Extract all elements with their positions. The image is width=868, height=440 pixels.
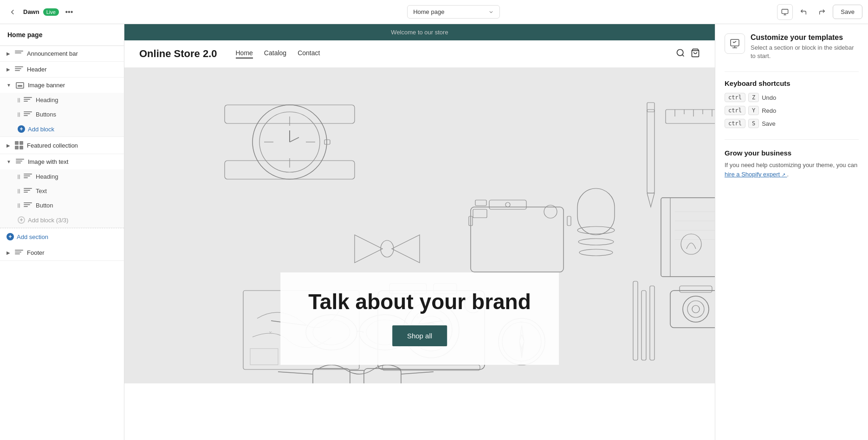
svg-rect-0 <box>782 9 788 13</box>
expand-arrow: ▼ <box>6 83 11 88</box>
svg-rect-101 <box>313 369 350 383</box>
sidebar-item-image-banner[interactable]: ▼ Image banner <box>0 78 124 93</box>
expand-arrow: ▶ <box>6 143 10 148</box>
sidebar-item-image-with-text[interactable]: ▼ Image with text <box>0 154 124 169</box>
svg-rect-41 <box>666 110 715 123</box>
image-text-icon <box>16 159 24 165</box>
desktop-icon <box>781 8 789 16</box>
svg-point-84 <box>687 301 704 317</box>
customize-templates-icon <box>729 38 740 49</box>
kbd-y: Y <box>748 106 759 115</box>
page-selector[interactable]: Home page <box>407 5 500 19</box>
customize-icon-box <box>725 33 745 54</box>
sidebar-item-featured-collection[interactable]: ▶ Featured collection <box>0 137 124 154</box>
sidebar-item-footer[interactable]: ▶ Footer <box>0 245 124 260</box>
save-button[interactable]: Save <box>833 5 862 19</box>
shortcut-save: ctrl S Save <box>725 119 859 128</box>
grow-section: Grow your business If you need help cust… <box>725 149 859 179</box>
redo-button[interactable] <box>814 4 830 20</box>
heading-2-label: Heading <box>36 173 58 180</box>
drag-handle <box>18 203 20 208</box>
grow-desc-text: If you need help customizing your theme,… <box>725 162 857 168</box>
undo-button[interactable] <box>796 4 811 20</box>
svg-rect-79 <box>633 281 638 360</box>
svg-line-104 <box>278 372 313 374</box>
topbar: Dawn Live ••• Home page <box>0 0 868 24</box>
plus-icon: + <box>18 125 25 133</box>
search-icon[interactable] <box>676 48 685 60</box>
announcement-bar-icon <box>15 51 23 57</box>
svg-point-36 <box>578 239 614 245</box>
sidebar-section-image-with-text: ▼ Image with text Heading Text <box>0 154 124 228</box>
store-nav-icons <box>676 48 700 60</box>
announcement-bar-preview: Welcome to our store <box>124 24 715 40</box>
svg-point-35 <box>577 226 615 234</box>
svg-point-3 <box>677 49 683 55</box>
svg-point-85 <box>692 305 700 313</box>
plus-icon-disabled: + <box>18 216 25 224</box>
nav-link-contact[interactable]: Contact <box>298 49 320 58</box>
featured-collection-label: Featured collection <box>27 142 117 149</box>
lines-icon <box>24 202 32 209</box>
live-badge: Live <box>43 8 59 16</box>
panel-icon-header: Customize your templates Select a sectio… <box>725 33 859 60</box>
kbd-s: S <box>748 119 759 128</box>
sub-item-heading-1[interactable]: Heading <box>0 93 124 107</box>
svg-rect-86 <box>680 286 712 292</box>
sidebar: Home page ▶ Announcement bar ▶ Header ▼ … <box>0 24 124 440</box>
chevron-down-icon <box>488 9 494 15</box>
announcement-text: Welcome to our store <box>391 29 448 36</box>
nav-link-catalog[interactable]: Catalog <box>264 49 286 58</box>
drag-handle <box>18 98 20 103</box>
sidebar-section-header: ▶ Header <box>0 62 124 78</box>
lines-icon <box>24 188 32 194</box>
cart-icon[interactable] <box>691 48 700 60</box>
hero-text-overlay: Talk about your brand Shop all <box>280 272 559 365</box>
svg-rect-81 <box>650 286 654 360</box>
undo-label: Undo <box>762 94 776 101</box>
svg-line-105 <box>401 372 434 374</box>
grow-title: Grow your business <box>725 149 859 157</box>
buttons-1-label: Buttons <box>36 111 56 118</box>
kbd-z: Z <box>748 93 759 102</box>
preview-frame: Welcome to our store Online Store 2.0 Ho… <box>124 24 715 440</box>
hero-shop-all-button[interactable]: Shop all <box>392 325 447 346</box>
sub-item-buttons-1[interactable]: Buttons <box>0 107 124 122</box>
sub-item-button-1[interactable]: Button <box>0 198 124 213</box>
svg-rect-49 <box>661 198 715 277</box>
image-banner-label: Image banner <box>28 82 117 89</box>
customize-desc: Select a section or block in the sidebar… <box>751 44 859 60</box>
svg-point-37 <box>579 249 613 256</box>
more-options-button[interactable]: ••• <box>63 6 76 19</box>
lines-icon <box>24 174 32 180</box>
drag-handle <box>18 189 20 194</box>
sub-item-text-1[interactable]: Text <box>0 184 124 198</box>
sidebar-item-header[interactable]: ▶ Header <box>0 62 124 77</box>
back-button[interactable] <box>6 5 19 19</box>
sidebar-section-image-banner: ▼ Image banner Heading Buttons + Add blo <box>0 78 124 137</box>
topbar-left: Dawn Live ••• <box>6 5 130 19</box>
redo-icon <box>818 8 826 16</box>
svg-rect-16 <box>324 140 330 144</box>
add-section-button[interactable]: + Add section <box>0 228 124 245</box>
svg-rect-80 <box>641 291 646 360</box>
svg-rect-38 <box>647 110 654 193</box>
shortcut-undo: ctrl Z Undo <box>725 93 859 102</box>
desktop-view-button[interactable] <box>777 4 793 20</box>
sidebar-item-announcement-bar[interactable]: ▶ Announcement bar <box>0 46 124 61</box>
expand-arrow: ▶ <box>6 250 10 255</box>
footer-icon <box>15 250 23 256</box>
drag-handle <box>18 112 20 117</box>
sidebar-header: Home page <box>0 24 124 46</box>
hire-shopify-expert-link[interactable]: hire a Shopify expert ↗ <box>725 171 787 178</box>
grid-icon <box>15 141 23 149</box>
add-block-max-button[interactable]: + Add block (3/3) <box>0 213 124 227</box>
sub-item-heading-2[interactable]: Heading <box>0 169 124 184</box>
add-block-button[interactable]: + Add block <box>0 122 124 136</box>
expand-arrow: ▼ <box>6 159 11 164</box>
svg-rect-25 <box>473 209 487 218</box>
shortcuts-title: Keyboard shortcuts <box>725 79 859 87</box>
nav-link-home[interactable]: Home <box>236 49 253 58</box>
svg-text:×: × <box>269 330 272 336</box>
right-panel: Customize your templates Select a sectio… <box>715 24 868 440</box>
